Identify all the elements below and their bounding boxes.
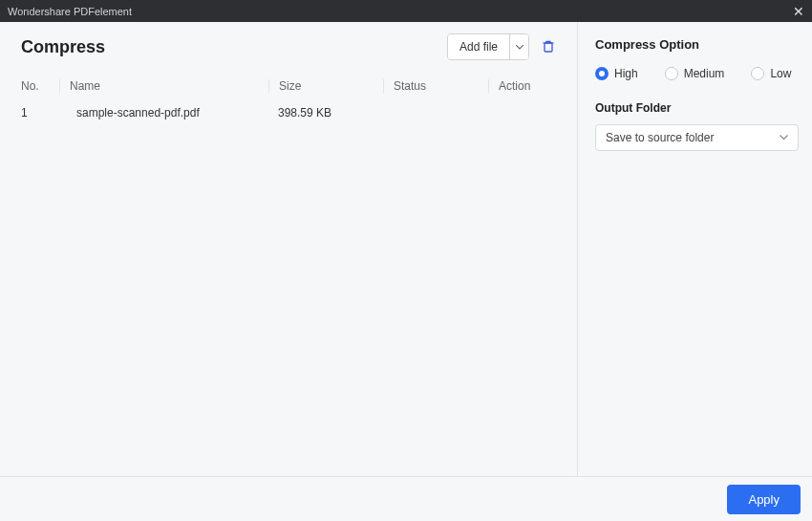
workarea: Compress Add file No. Name Size Sta [0, 22, 812, 476]
delete-button[interactable] [537, 35, 560, 58]
radio-low[interactable]: Low [751, 67, 791, 80]
radio-medium[interactable]: Medium [665, 67, 725, 80]
compress-option-title: Compress Option [595, 37, 799, 52]
output-folder-title: Output Folder [595, 101, 799, 115]
radio-indicator-high [595, 67, 609, 80]
col-no-header: No. [21, 79, 59, 93]
titlebar: Wondershare PDFelement ✕ [0, 0, 812, 22]
add-file-button[interactable]: Add file [448, 34, 509, 59]
apply-button[interactable]: Apply [727, 485, 801, 514]
row-action [488, 106, 560, 119]
radio-label-medium: Medium [684, 67, 725, 80]
add-file-group: Add file [447, 33, 529, 60]
radio-indicator-low [751, 67, 764, 80]
radio-high[interactable]: High [595, 67, 638, 80]
row-size: 398.59 KB [268, 106, 383, 119]
right-pane: Compress Option High Medium Low Output F… [578, 22, 812, 476]
app-name: Wondershare PDFelement [8, 6, 132, 17]
page-header: Compress Add file [21, 33, 560, 60]
col-name-header: Name [59, 79, 268, 93]
compress-level-group: High Medium Low [595, 67, 799, 80]
table-row: 1 sample-scanned-pdf.pdf 398.59 KB [21, 98, 560, 127]
header-actions: Add file [447, 33, 560, 60]
row-no: 1 [21, 106, 59, 119]
page-title: Compress [21, 37, 105, 57]
table-header: No. Name Size Status Action [21, 74, 560, 98]
radio-indicator-medium [665, 67, 678, 80]
footer: Apply [0, 476, 812, 521]
add-file-dropdown[interactable] [509, 34, 528, 59]
left-pane: Compress Add file No. Name Size Sta [0, 22, 578, 476]
col-status-header: Status [383, 79, 488, 93]
close-icon[interactable]: ✕ [793, 5, 804, 18]
row-name: sample-scanned-pdf.pdf [59, 106, 268, 119]
col-size-header: Size [268, 79, 383, 93]
chevron-down-icon [780, 135, 788, 141]
radio-label-low: Low [770, 67, 791, 80]
trash-icon [541, 39, 556, 54]
output-folder-value: Save to source folder [606, 131, 714, 144]
radio-label-high: High [614, 67, 638, 80]
output-folder-select[interactable]: Save to source folder [595, 124, 799, 151]
col-action-header: Action [488, 79, 560, 93]
svg-rect-0 [545, 43, 552, 52]
row-status [383, 106, 488, 119]
chevron-down-icon [516, 45, 524, 50]
